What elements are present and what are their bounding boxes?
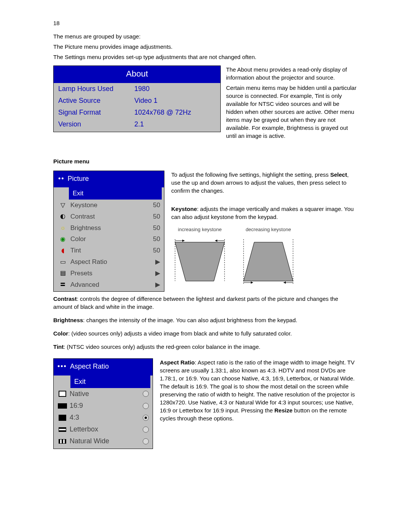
- brightness-label: Brightness: [53, 317, 83, 323]
- select-bold: Select: [330, 171, 347, 178]
- intro-line-2: The Picture menu provides image adjustme…: [53, 43, 358, 51]
- menu-item-presets[interactable]: ▤ Presets ▶: [54, 268, 164, 279]
- picture-section: •• Picture Exit ▽ Keystone 50 ◐ Contrast…: [53, 171, 358, 295]
- keystone-increasing-col: increasing keystone: [171, 226, 228, 287]
- svg-marker-13: [284, 281, 286, 284]
- text: : Aspect ratio is the ratio of the image…: [160, 359, 355, 414]
- menu-item-label: Tint: [68, 246, 145, 255]
- radio-icon: [143, 427, 149, 433]
- option-label: 4:3: [67, 413, 143, 422]
- about-label: Version: [58, 120, 134, 129]
- page-number: 18: [53, 19, 358, 27]
- keystone-increasing-label: increasing keystone: [171, 226, 228, 233]
- svg-marker-4: [182, 240, 185, 242]
- keystone-decreasing-col: decreasing keystone: [240, 226, 297, 287]
- menu-item-exit[interactable]: Exit: [70, 375, 150, 388]
- picture-title-label: Picture: [68, 174, 89, 184]
- presets-icon: ▤: [57, 269, 68, 277]
- picture-menu-panel: •• Picture Exit ▽ Keystone 50 ◐ Contrast…: [53, 171, 164, 292]
- menu-item-value: 50: [145, 235, 160, 244]
- option-label: Native: [67, 389, 143, 399]
- menu-item-value: 50: [145, 201, 160, 210]
- menu-item-value: 50: [145, 212, 160, 221]
- tint-label: Tint: [53, 343, 64, 350]
- menu-depth-dots-icon: •••: [57, 362, 67, 371]
- aspect-option-16-9[interactable]: 16:9: [54, 400, 153, 412]
- about-label: Active Source: [58, 96, 134, 105]
- brightness-paragraph: Brightness: changes the intensity of the…: [53, 316, 358, 324]
- about-menu-panel: About Lamp Hours Used 1980 Active Source…: [53, 66, 221, 132]
- contrast-label: Contrast: [53, 296, 77, 302]
- color-label: Color: [53, 330, 68, 337]
- tint-paragraph: Tint: (NTSC video sources only) adjusts …: [53, 343, 358, 351]
- color-icon: ◉: [57, 235, 68, 243]
- menu-item-exit[interactable]: Exit: [69, 187, 162, 200]
- keystone-decreasing-label: decreasing keystone: [240, 226, 297, 233]
- about-value: 2.1: [134, 120, 216, 129]
- about-value: 1980: [134, 84, 216, 94]
- submenu-arrow-icon: ▶: [145, 257, 160, 267]
- menu-item-keystone[interactable]: ▽ Keystone 50: [54, 200, 164, 211]
- about-row-version: Version 2.1: [54, 118, 220, 131]
- about-value: 1024x768 @ 72Hz: [134, 108, 216, 117]
- keystone-increasing-icon: [171, 235, 228, 285]
- radio-icon: [143, 438, 149, 444]
- contrast-paragraph: Contrast: controls the degree of differe…: [53, 295, 358, 311]
- menu-item-advanced[interactable]: 〓 Advanced ▶: [54, 279, 164, 292]
- menu-item-label: Advanced: [68, 280, 145, 289]
- resize-bold: Resize: [274, 407, 293, 414]
- tint-icon: ◖: [57, 246, 68, 255]
- menu-item-label: Color: [68, 235, 145, 244]
- text: : (video sources only) adjusts a video i…: [68, 330, 292, 337]
- about-row-signal: Signal Format 1024x768 @ 72Hz: [54, 107, 220, 118]
- four-three-icon: [57, 415, 67, 421]
- aspect-ratio-menu-panel: ••• Aspect Ratio Exit Native 16:9 4:3: [53, 358, 153, 449]
- menu-item-tint[interactable]: ◖ Tint 50: [54, 245, 164, 256]
- radio-icon: [143, 415, 149, 421]
- aspect-option-native[interactable]: Native: [54, 388, 153, 400]
- about-section: About Lamp Hours Used 1980 Active Source…: [53, 66, 358, 142]
- intro-line-3: The Settings menu provides set-up type a…: [53, 53, 358, 61]
- menu-item-label: Presets: [68, 269, 145, 278]
- intro-line-1: The menus are grouped by usage:: [53, 32, 358, 40]
- radio-icon: [143, 403, 149, 409]
- contrast-icon: ◐: [57, 212, 68, 220]
- text: : adjusts the image vertically and makes…: [171, 206, 354, 220]
- aspect-option-4-3[interactable]: 4:3: [54, 412, 153, 423]
- submenu-arrow-icon: ▶: [145, 280, 160, 289]
- natural-wide-icon: [57, 439, 67, 444]
- menu-item-label: Keystone: [68, 201, 145, 210]
- menu-item-brightness[interactable]: ☼ Brightness 50: [54, 222, 164, 234]
- text: To adjust the following five settings, h…: [171, 171, 330, 178]
- advanced-icon: 〓: [57, 280, 68, 289]
- svg-marker-6: [215, 240, 217, 242]
- picture-menu-title: •• Picture: [54, 171, 164, 187]
- menu-item-aspect-ratio[interactable]: ▭ Aspect Ratio ▶: [54, 256, 164, 268]
- option-label: Natural Wide: [67, 436, 143, 446]
- svg-marker-0: [175, 242, 225, 281]
- document-page: 18 The menus are grouped by usage: The P…: [0, 0, 411, 532]
- menu-item-color[interactable]: ◉ Color 50: [54, 233, 164, 245]
- letterbox-icon: [57, 427, 67, 432]
- svg-marker-11: [251, 281, 253, 284]
- aspect-ratio-section: ••• Aspect Ratio Exit Native 16:9 4:3: [53, 358, 358, 452]
- aspect-option-natural-wide[interactable]: Natural Wide: [54, 435, 153, 448]
- about-label: Lamp Hours Used: [58, 84, 134, 94]
- about-row-lamp: Lamp Hours Used 1980: [54, 83, 220, 95]
- menu-item-value: 50: [145, 224, 160, 233]
- picture-menu-heading: Picture menu: [53, 157, 358, 165]
- keystone-diagram: increasing keystone decreasing keystone: [171, 226, 358, 287]
- text: : (NTSC video sources only) adjusts the …: [64, 343, 260, 350]
- aspect-ratio-title-label: Aspect Ratio: [70, 362, 109, 371]
- menu-depth-dots-icon: ••: [58, 174, 65, 184]
- aspect-option-letterbox[interactable]: Letterbox: [54, 423, 153, 435]
- about-row-source: Active Source Video 1: [54, 95, 220, 107]
- menu-item-contrast[interactable]: ◐ Contrast 50: [54, 211, 164, 222]
- native-icon: [57, 391, 67, 397]
- aspect-ratio-label: Aspect Ratio: [160, 359, 195, 366]
- menu-item-label: Contrast: [68, 212, 145, 221]
- menu-item-label: Brightness: [68, 224, 145, 233]
- about-value: Video 1: [134, 96, 216, 105]
- brightness-icon: ☼: [57, 224, 68, 232]
- aspect-ratio-menu-title: ••• Aspect Ratio: [54, 359, 153, 375]
